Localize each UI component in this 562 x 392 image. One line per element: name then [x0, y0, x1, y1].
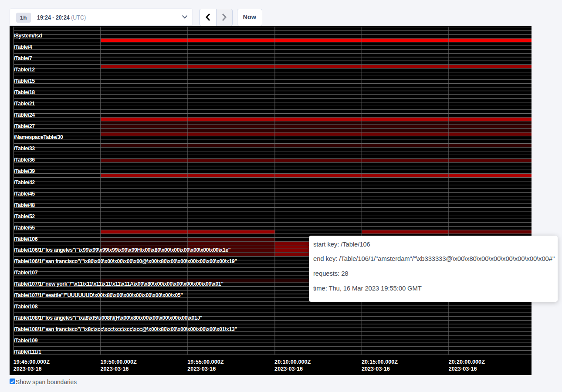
- svg-text:/Table/21: /Table/21: [14, 101, 35, 107]
- svg-text:/Table/48: /Table/48: [14, 202, 35, 208]
- svg-text:/Table/39: /Table/39: [14, 168, 35, 174]
- svg-text:/Table/12: /Table/12: [14, 67, 35, 73]
- svg-text:20:15:00.000Z: 20:15:00.000Z: [362, 359, 398, 365]
- svg-text:/Table/15: /Table/15: [14, 78, 35, 84]
- svg-text:/Table/24: /Table/24: [14, 112, 35, 118]
- svg-text:/Table/18: /Table/18: [14, 89, 35, 95]
- svg-text:/Table/107/1/"seattle"/"UUUUUU: /Table/107/1/"seattle"/"UUUUUUD\x00\x80\…: [14, 292, 183, 298]
- svg-text:/Table/111/1: /Table/111/1: [14, 349, 41, 355]
- svg-text:/Table/106/1/"san francisco"/": /Table/106/1/"san francisco"/"\x80\x00\x…: [14, 258, 237, 264]
- svg-text:2023-03-16: 2023-03-16: [449, 366, 477, 372]
- svg-text:2023-03-16: 2023-03-16: [274, 366, 303, 372]
- svg-text:/Table/106/1/"los angeles"/"\x: /Table/106/1/"los angeles"/"\x99\x99\x99…: [14, 247, 231, 253]
- svg-text:/Table/42: /Table/42: [14, 179, 35, 186]
- svg-text:/Table/4: /Table/4: [14, 44, 32, 50]
- svg-text:/Table/107: /Table/107: [14, 270, 38, 276]
- svg-text:/Table/108: /Table/108: [14, 304, 38, 310]
- svg-text:/Table/55: /Table/55: [14, 225, 35, 231]
- svg-text:/Table/27: /Table/27: [14, 123, 35, 129]
- svg-text:/Table/108/1/"san francisco"/": /Table/108/1/"san francisco"/"\x8c\xcc\x…: [14, 326, 237, 332]
- svg-text:19:50:00.000Z: 19:50:00.000Z: [101, 359, 137, 365]
- svg-text:/Table/52: /Table/52: [14, 213, 35, 220]
- svg-text:/Table/36: /Table/36: [14, 157, 35, 163]
- svg-text:20:10:00.000Z: 20:10:00.000Z: [274, 359, 311, 365]
- svg-text:/Table/7: /Table/7: [14, 55, 32, 61]
- svg-text:2023-03-16: 2023-03-16: [14, 366, 42, 372]
- svg-text:2023-03-16: 2023-03-16: [187, 366, 216, 372]
- svg-text:2023-03-16: 2023-03-16: [101, 366, 129, 372]
- svg-text:/Table/45: /Table/45: [14, 191, 35, 197]
- svg-text:/System/tsd: /System/tsd: [14, 33, 42, 39]
- svg-text:/Table/108/1/"los angeles"/"\x: /Table/108/1/"los angeles"/"\xa8\xf5\u00…: [14, 315, 203, 321]
- svg-text:/Table/109: /Table/109: [14, 338, 38, 344]
- svg-text:/Table/107/1/"new york"/"\x11\: /Table/107/1/"new york"/"\x11\x11\x11\x1…: [14, 281, 223, 287]
- svg-text:19:45:00.000Z: 19:45:00.000Z: [14, 359, 50, 365]
- svg-text:19:55:00.000Z: 19:55:00.000Z: [187, 359, 223, 365]
- svg-text:/Table/106: /Table/106: [14, 236, 38, 242]
- svg-text:/Table/33: /Table/33: [14, 145, 35, 152]
- svg-text:2023-03-16: 2023-03-16: [362, 366, 390, 372]
- svg-text:/NamespaceTable/30: /NamespaceTable/30: [14, 134, 63, 140]
- svg-text:20:20:00.000Z: 20:20:00.000Z: [449, 359, 485, 365]
